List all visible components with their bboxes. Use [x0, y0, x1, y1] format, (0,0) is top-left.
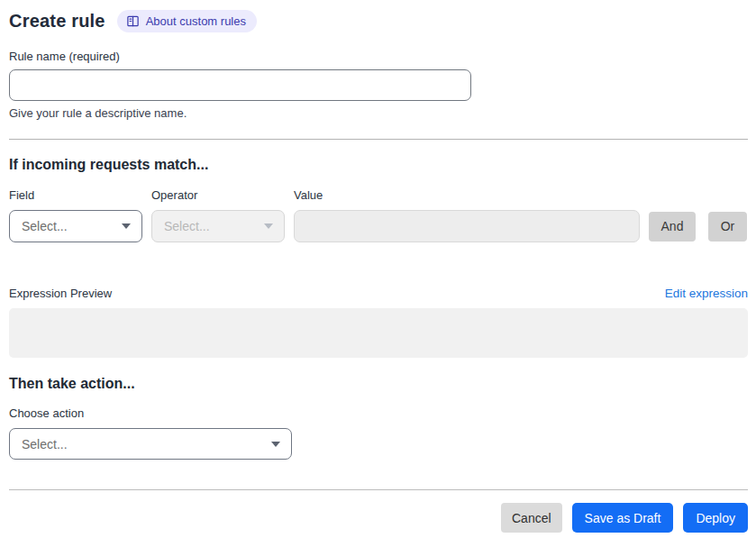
cancel-button[interactable]: Cancel [501, 503, 562, 533]
create-rule-page: Create rule About custom rules Rule name… [0, 0, 756, 538]
action-select[interactable]: Select... [9, 428, 292, 460]
choose-action-label: Choose action [9, 406, 748, 420]
footer-actions: Cancel Save as Draft Deploy [9, 503, 748, 533]
rule-name-helper: Give your rule a descriptive name. [9, 106, 748, 120]
action-section-heading: Then take action... [9, 376, 748, 392]
rule-name-input[interactable] [9, 69, 471, 101]
field-label: Field [9, 188, 151, 202]
footer-divider [9, 489, 748, 490]
book-icon [126, 14, 140, 28]
expression-preview-row: Expression Preview Edit expression [9, 287, 748, 300]
match-controls-row: Select... Select... And Or [9, 210, 748, 242]
expression-preview-box [9, 308, 748, 358]
caret-down-icon [122, 223, 131, 229]
field-select-value: Select... [22, 219, 68, 233]
operator-select-value: Select... [164, 219, 210, 233]
match-column-labels: Field Operator Value [9, 188, 748, 202]
rule-name-label: Rule name (required) [9, 50, 748, 63]
value-input [294, 210, 640, 242]
action-select-value: Select... [22, 437, 68, 451]
edit-expression-link[interactable]: Edit expression [665, 287, 748, 300]
field-select[interactable]: Select... [9, 210, 142, 242]
value-label: Value [294, 188, 748, 202]
about-custom-rules-label: About custom rules [146, 14, 246, 28]
deploy-button[interactable]: Deploy [683, 503, 748, 533]
caret-down-icon [264, 223, 273, 229]
and-button[interactable]: And [649, 212, 696, 242]
about-custom-rules-link[interactable]: About custom rules [117, 10, 257, 32]
page-title: Create rule [9, 11, 105, 32]
operator-label: Operator [151, 188, 294, 202]
operator-select: Select... [151, 210, 285, 242]
section-divider [9, 139, 748, 140]
save-as-draft-button[interactable]: Save as Draft [572, 503, 674, 533]
page-header: Create rule About custom rules [9, 10, 748, 32]
match-section-heading: If incoming requests match... [9, 157, 748, 173]
caret-down-icon [271, 442, 280, 447]
or-button[interactable]: Or [708, 212, 747, 242]
expression-preview-label: Expression Preview [9, 287, 112, 300]
